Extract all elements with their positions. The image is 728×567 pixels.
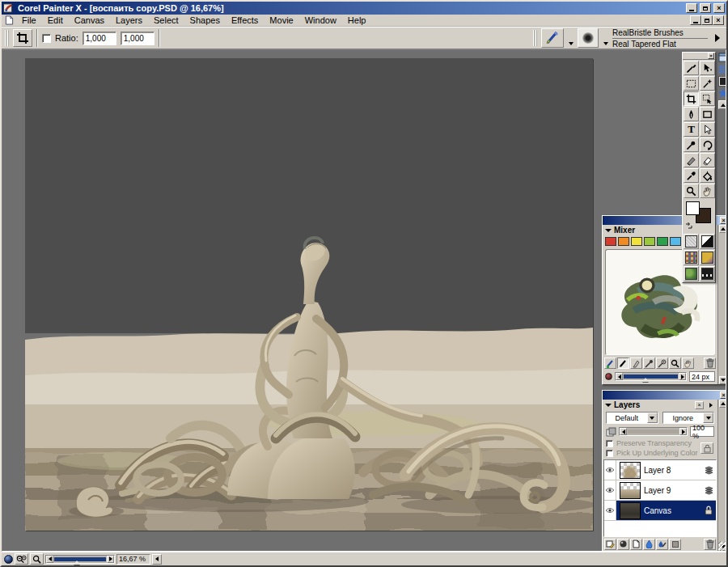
layers-boxed-close-button[interactable]: × bbox=[695, 401, 704, 409]
propbar-grip-right[interactable] bbox=[533, 30, 537, 46]
menu-window[interactable]: Window bbox=[299, 15, 342, 26]
menu-effects[interactable]: Effects bbox=[226, 15, 264, 26]
mixer-scrollbar[interactable] bbox=[717, 225, 726, 384]
apply-color-button[interactable] bbox=[617, 358, 629, 369]
brush-selector-arrow-button[interactable] bbox=[712, 29, 723, 47]
doc-restore-button[interactable] bbox=[701, 15, 713, 25]
slider-track[interactable] bbox=[624, 374, 678, 379]
slider-right-button[interactable] bbox=[679, 428, 687, 435]
mixer-swatch-green[interactable] bbox=[657, 237, 668, 246]
visibility-cell[interactable] bbox=[604, 501, 616, 520]
menu-file[interactable]: File bbox=[16, 15, 42, 26]
preserve-transparency-checkbox[interactable] bbox=[606, 440, 613, 447]
menu-layers[interactable]: Layers bbox=[110, 15, 148, 26]
tool-text[interactable]: T bbox=[684, 122, 699, 137]
mixer-close-button[interactable]: × bbox=[720, 217, 726, 224]
propbar-grip[interactable] bbox=[5, 30, 9, 46]
dirty-brush-button[interactable] bbox=[604, 358, 616, 369]
brush-tool-button[interactable] bbox=[541, 28, 564, 48]
zoom-in-button[interactable] bbox=[30, 553, 44, 565]
swap-colors-icon[interactable] bbox=[685, 222, 692, 229]
tool-magic-wand[interactable] bbox=[700, 76, 715, 91]
tool-layer-adjuster[interactable] bbox=[700, 61, 715, 75]
layers-header[interactable]: Layers × bbox=[603, 400, 717, 410]
ratio-checkbox[interactable] bbox=[42, 34, 51, 43]
brush-size-knob[interactable] bbox=[605, 373, 612, 380]
tool-rotate-page[interactable] bbox=[700, 138, 715, 152]
dock-scroll-up-button[interactable] bbox=[718, 100, 726, 109]
palette-window-icon[interactable] bbox=[718, 53, 726, 62]
doc-minimize-button[interactable] bbox=[690, 15, 701, 25]
visibility-cell[interactable] bbox=[604, 460, 616, 480]
document-canvas[interactable] bbox=[25, 58, 593, 531]
tool-rectangle-shape[interactable] bbox=[700, 107, 715, 121]
pattern-selector[interactable] bbox=[684, 250, 699, 265]
pickup-underlying-checkbox[interactable] bbox=[606, 450, 613, 457]
mixer-pan-button[interactable] bbox=[682, 358, 694, 369]
mixer-zoom-button[interactable] bbox=[669, 358, 681, 369]
zoom-slider[interactable] bbox=[45, 555, 115, 564]
brush-variant[interactable]: Real Tapered Flat bbox=[612, 39, 708, 49]
nozzle-selector[interactable] bbox=[684, 266, 699, 281]
slider-track[interactable] bbox=[54, 557, 106, 561]
mixer-swatch-cyan[interactable] bbox=[670, 237, 681, 246]
ratio-height-input[interactable] bbox=[121, 32, 154, 45]
gradient-selector[interactable] bbox=[700, 250, 715, 265]
tool-eyedropper[interactable] bbox=[684, 168, 699, 183]
layer-name[interactable]: Layer 9 bbox=[644, 486, 701, 495]
menu-help[interactable]: Help bbox=[342, 15, 372, 26]
tool-selection-adjuster[interactable] bbox=[700, 91, 715, 106]
tool-brush[interactable] bbox=[684, 61, 699, 75]
slider-thumb[interactable] bbox=[642, 378, 649, 382]
layer-row-layer8[interactable]: Layer 8 bbox=[604, 460, 716, 480]
opacity-slider[interactable] bbox=[619, 427, 688, 436]
sample-multiple-button[interactable] bbox=[656, 358, 668, 369]
brush-tool-dropdown[interactable] bbox=[568, 29, 574, 47]
scroll-up-button[interactable] bbox=[719, 400, 727, 408]
toolbox-title-bar[interactable]: × bbox=[683, 53, 715, 60]
brush-category[interactable]: RealBristle Brushes bbox=[612, 28, 708, 39]
composite-depth-select[interactable]: Ignore bbox=[662, 412, 715, 424]
new-liquid-ink-layer-button[interactable] bbox=[656, 539, 668, 550]
mixer-swatch-yellowgreen[interactable] bbox=[644, 237, 655, 246]
layers-menu-button[interactable] bbox=[706, 401, 715, 409]
tool-dropper[interactable] bbox=[684, 138, 699, 152]
slider-thumb[interactable] bbox=[74, 561, 80, 565]
menu-canvas[interactable]: Canvas bbox=[69, 15, 110, 26]
new-layer-button[interactable] bbox=[630, 539, 642, 550]
layers-title-bar[interactable]: × bbox=[603, 391, 726, 400]
sample-color-button[interactable] bbox=[643, 358, 655, 369]
crop-tool-indicator-button[interactable] bbox=[13, 29, 32, 47]
layer-commands-button[interactable] bbox=[604, 539, 616, 550]
layer-thumbnail[interactable] bbox=[620, 482, 641, 499]
slider-left-button[interactable] bbox=[616, 373, 623, 380]
ratio-width-input[interactable] bbox=[83, 32, 116, 45]
panel-resize-grip[interactable] bbox=[718, 541, 726, 551]
scroll-down-button[interactable] bbox=[719, 376, 727, 384]
flow-map-selector[interactable] bbox=[700, 234, 715, 249]
restore-button[interactable] bbox=[700, 3, 711, 13]
slider-left-button[interactable] bbox=[46, 556, 53, 563]
layer-name[interactable]: Layer 8 bbox=[644, 466, 701, 475]
new-layer-mask-button[interactable] bbox=[669, 539, 681, 550]
tool-grabber[interactable] bbox=[700, 184, 715, 198]
menu-shapes[interactable]: Shapes bbox=[184, 15, 226, 26]
color-square-icon[interactable] bbox=[719, 77, 727, 86]
combo-drop-button[interactable] bbox=[703, 413, 713, 423]
tool-shape-selection[interactable] bbox=[700, 122, 715, 137]
dab-preview-button[interactable] bbox=[578, 28, 599, 48]
brush-selector[interactable]: RealBristle Brushes Real Tapered Flat bbox=[612, 28, 708, 48]
tool-magnifier[interactable] bbox=[684, 184, 699, 198]
visibility-cell[interactable] bbox=[604, 480, 616, 500]
new-watercolor-layer-button[interactable] bbox=[643, 539, 655, 550]
layer-thumbnail[interactable] bbox=[620, 462, 641, 479]
mixer-size-value[interactable]: 24 px bbox=[689, 371, 715, 382]
zoom-out-button[interactable] bbox=[15, 553, 28, 565]
tool-pen[interactable] bbox=[684, 107, 699, 121]
layer-row-layer9[interactable]: Layer 9 bbox=[604, 480, 716, 501]
tool-crop[interactable] bbox=[684, 91, 699, 106]
tool-chalk[interactable] bbox=[684, 153, 699, 167]
title-bar[interactable]: Corel Painter X - [воспаить copy.PSD @ 1… bbox=[2, 2, 726, 15]
combo-drop-button[interactable] bbox=[647, 413, 658, 423]
mixer-swatch-red[interactable] bbox=[605, 237, 616, 246]
